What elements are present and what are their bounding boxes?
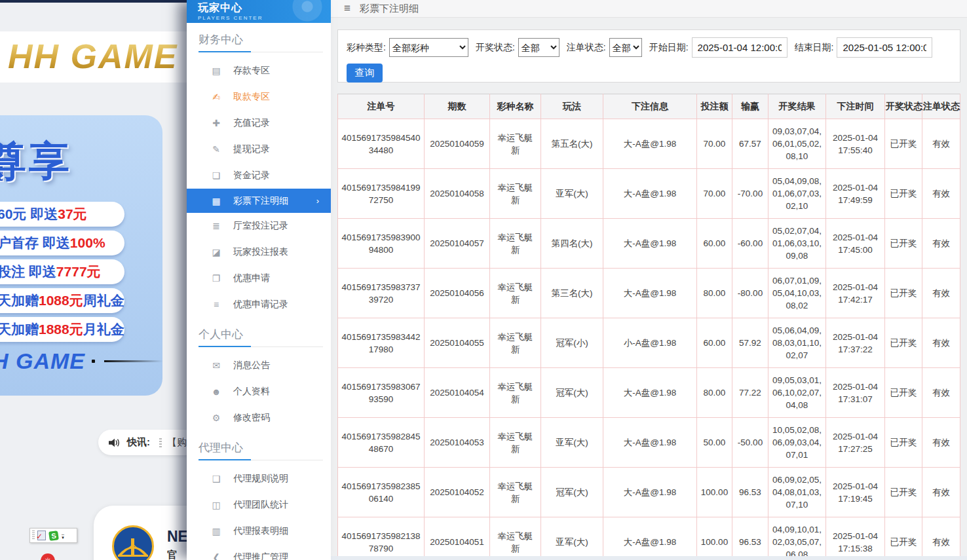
page-title: 彩票下注明细 xyxy=(360,3,419,15)
table-cell: 20250104052 xyxy=(425,468,490,517)
table-cell: 2025-01-04 17:19:45 xyxy=(826,468,885,517)
promo-pill: 天加赠1888元月礼金 xyxy=(0,317,124,342)
sidebar-title: 玩家中心 xyxy=(198,1,331,15)
sidebar-item-代理团队统计[interactable]: ◫代理团队统计 xyxy=(187,492,331,518)
sidebar-item-玩家投注报表[interactable]: ◪玩家投注报表 xyxy=(187,239,331,265)
sidebar-item-代理报表明细[interactable]: ▥代理报表明细 xyxy=(187,518,331,544)
sidebar-item-代理推广管理[interactable]: ❮代理推广管理 xyxy=(187,544,331,560)
sidebar-item-取款专区[interactable]: ✍取款专区 xyxy=(187,84,331,110)
table-row: 40156917359823850614020250104052幸运飞艇新冠军(… xyxy=(338,468,960,517)
table-cell: 有效 xyxy=(922,269,960,318)
table-cell: 2025-01-04 17:55:40 xyxy=(826,119,885,169)
table-row: 40156917359834421798020250104055幸运飞艇新冠军(… xyxy=(338,318,960,368)
drag-handle[interactable] xyxy=(32,531,35,540)
table-cell: 幸运飞艇新 xyxy=(490,468,541,517)
table-cell: 401569173598390094800 xyxy=(338,219,425,269)
table-cell: 已开奖 xyxy=(885,368,922,418)
draw-status-label: 开奖状态: xyxy=(476,42,515,54)
sidebar-item-提现记录[interactable]: ✎提现记录 xyxy=(187,136,331,162)
sidebar-item-存款专区[interactable]: ▤存款专区 xyxy=(187,58,331,84)
sidebar-item-label: 充值记录 xyxy=(233,117,270,129)
table-cell: 05,06,04,09,08,03,01,10,02,07 xyxy=(768,318,826,368)
speaker-icon xyxy=(109,438,121,447)
player-center-sidebar: 玩家中心 PLAYERS CENTER 财务中心▤存款专区✍取款专区✚充值记录✎… xyxy=(187,0,331,560)
gear-icon: ⚙ xyxy=(210,413,223,423)
sidebar-item-厅室投注记录[interactable]: ≣厅室投注记录 xyxy=(187,213,331,239)
horizontal-scrollbar[interactable] xyxy=(331,556,967,560)
table-cell: 96.53 xyxy=(732,468,768,517)
table-cell: -80.00 xyxy=(732,269,768,318)
fund-record-icon: ❏ xyxy=(210,170,223,181)
table-cell: 57.92 xyxy=(732,318,768,368)
table-cell: 77.22 xyxy=(732,368,768,418)
sidebar-header: 玩家中心 PLAYERS CENTER xyxy=(187,0,331,23)
coupon-record-icon: ≡ xyxy=(210,299,223,310)
promo-pill-text: 投注 即送 xyxy=(0,263,56,281)
withdraw-record-icon: ✎ xyxy=(210,144,223,155)
table-cell: 2025-01-04 17:15:38 xyxy=(826,517,885,560)
sidebar-item-充值记录[interactable]: ✚充值记录 xyxy=(187,110,331,136)
table-cell: 有效 xyxy=(922,119,960,169)
sidebar-item-消息公告[interactable]: ✉消息公告 xyxy=(187,352,331,379)
logo-band: HH GAME xyxy=(0,31,190,83)
sidebar-item-修改密码[interactable]: ⚙修改密码 xyxy=(187,405,331,431)
card-subtitle: 官 xyxy=(167,549,177,560)
end-date-input[interactable] xyxy=(837,37,932,58)
warriors-logo-icon xyxy=(112,525,154,560)
table-cell: 2025-01-04 17:42:17 xyxy=(826,269,885,318)
sidebar-item-label: 资金记录 xyxy=(233,170,270,181)
table-cell: 亚军(大) xyxy=(541,517,603,560)
promo-pill-text: 60元 即送 xyxy=(0,205,58,223)
os-mini-toolbar[interactable]: S –▾ xyxy=(29,528,77,543)
promo-banner[interactable]: 尊享 60元 即送37元户首存 即送100%投注 即送7777元天加赠1088元… xyxy=(0,115,162,396)
hamburger-menu-icon[interactable]: ≡ xyxy=(344,2,351,15)
top-dark-line xyxy=(0,0,190,3)
sidebar-item-个人资料[interactable]: ☻个人资料 xyxy=(187,379,331,405)
sidebar-item-label: 彩票下注明细 xyxy=(233,195,288,207)
bet-status-label: 注单状态: xyxy=(567,42,606,54)
s-app-icon[interactable]: S xyxy=(48,531,59,541)
promo-pill-list: 60元 即送37元户首存 即送100%投注 即送7777元天加赠1088元周礼金… xyxy=(0,202,160,346)
table-cell: 大-A盘@1.98 xyxy=(603,119,697,169)
table-cell: 大-A盘@1.98 xyxy=(603,219,697,269)
ticker-separator xyxy=(159,438,162,447)
table-cell: 幸运飞艇新 xyxy=(490,318,541,368)
draw-status-select[interactable]: 全部 xyxy=(518,38,559,57)
start-date-input[interactable] xyxy=(692,37,787,58)
end-date-label: 结束日期: xyxy=(795,42,834,54)
column-header: 开奖状态 xyxy=(885,94,922,119)
sidebar-item-优惠申请[interactable]: ❐优惠申请 xyxy=(187,265,331,291)
table-cell: 04,09,10,01,02,03,05,07,06,08 xyxy=(768,517,826,560)
table-cell: 60.00 xyxy=(697,219,732,269)
sidebar-item-资金记录[interactable]: ❏资金记录 xyxy=(187,162,331,189)
site-logo: HH GAME xyxy=(8,37,178,76)
table-cell: 有效 xyxy=(922,219,960,269)
column-header: 玩法 xyxy=(541,94,603,119)
table-cell: 有效 xyxy=(922,468,960,517)
table-cell: 20250104055 xyxy=(425,318,490,368)
moneybag-icon: ✚ xyxy=(210,118,223,128)
sidebar-item-代理规则说明[interactable]: ❑代理规则说明 xyxy=(187,466,331,492)
column-header: 期数 xyxy=(425,94,490,119)
query-button[interactable]: 查询 xyxy=(347,64,383,83)
table-cell: 冠军(大) xyxy=(541,468,603,517)
sidebar-subtitle: PLAYERS CENTER xyxy=(198,15,331,21)
sidebar-item-优惠申请记录[interactable]: ≡优惠申请记录 xyxy=(187,291,331,318)
sidebar-item-彩票下注明细[interactable]: ▦彩票下注明细› xyxy=(187,189,331,213)
lottery-type-select[interactable]: 全部彩种 xyxy=(389,38,468,57)
withdraw-hand-icon: ✍ xyxy=(210,92,223,102)
sidebar-item-label: 玩家投注报表 xyxy=(233,246,288,258)
bet-status-select[interactable]: 全部 xyxy=(609,38,642,57)
clipboard-check-icon[interactable] xyxy=(37,531,46,540)
table-cell: 大-A盘@1.98 xyxy=(603,169,697,219)
column-header: 输赢 xyxy=(732,94,768,119)
table-cell: 401569173598238506140 xyxy=(338,468,425,517)
table-cell: 401569173598213878790 xyxy=(338,517,425,560)
table-cell: 20250104059 xyxy=(425,119,490,169)
filter-row: 彩种类型: 全部彩种 开奖状态: 全部 注单状态: 全部 开始日期: 结束日期: xyxy=(347,37,960,58)
table-cell: 冠军(大) xyxy=(541,368,603,418)
sidebar-item-label: 修改密码 xyxy=(233,412,270,424)
column-header: 注单状态 xyxy=(922,94,960,119)
collapse-arrows-icon[interactable]: –▾ xyxy=(62,532,64,539)
sidebar-item-label: 代理规则说明 xyxy=(233,473,288,485)
